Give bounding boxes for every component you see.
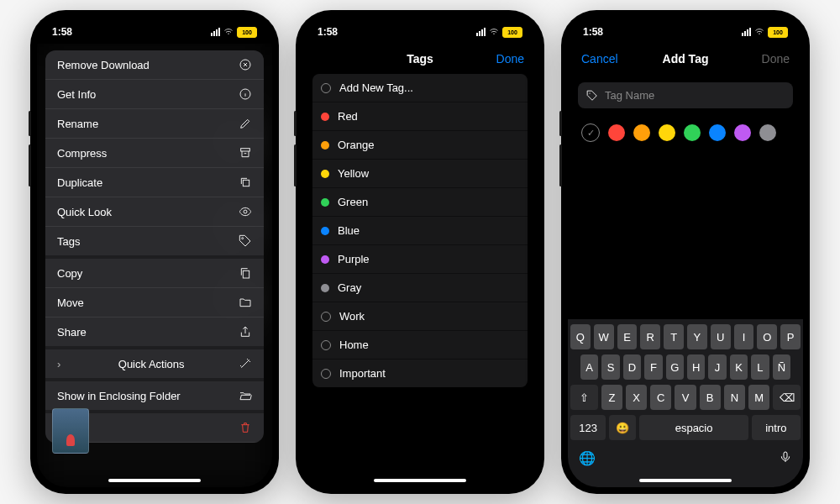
key-d[interactable]: D [623, 354, 641, 380]
done-button[interactable]: Done [762, 52, 790, 66]
key-k[interactable]: K [730, 354, 748, 380]
key-f[interactable]: F [644, 354, 662, 380]
tag-row-work[interactable]: Work [312, 302, 528, 331]
key-b[interactable]: B [700, 385, 721, 410]
key-o[interactable]: O [757, 324, 777, 349]
menu-item-get-info[interactable]: Get Info [45, 80, 264, 109]
folder-icon [239, 296, 252, 309]
key-c[interactable]: C [650, 385, 671, 410]
eye-icon [239, 205, 252, 218]
key-v[interactable]: V [675, 385, 696, 410]
status-time: 1:58 [318, 26, 338, 38]
file-thumbnail[interactable] [52, 408, 89, 454]
enter-key[interactable]: intro [752, 415, 801, 440]
tag-row-orange[interactable]: Orange [312, 131, 528, 160]
menu-item-copy[interactable]: Copy [45, 259, 264, 288]
key-m[interactable]: M [748, 385, 769, 410]
svg-point-5 [242, 238, 244, 239]
color-option[interactable] [684, 124, 701, 141]
done-button[interactable]: Done [496, 52, 524, 66]
key-y[interactable]: Y [687, 324, 707, 349]
tag-row-blue[interactable]: Blue [312, 217, 528, 245]
menu-item-share[interactable]: Share [45, 318, 264, 349]
home-indicator[interactable] [374, 479, 466, 482]
key-i[interactable]: I [734, 324, 754, 349]
pencil-icon [239, 117, 252, 130]
tag-row-important[interactable]: Important [312, 360, 528, 387]
tag-color-dot [321, 198, 329, 207]
shift-key[interactable]: ⇧ [570, 385, 598, 410]
key-z[interactable]: Z [601, 385, 622, 410]
home-indicator[interactable] [639, 479, 732, 482]
add-label: Add New Tag... [339, 81, 413, 94]
battery-icon: 100 [502, 27, 522, 38]
menu-label: Rename [57, 118, 98, 130]
menu-item-quick-look[interactable]: Quick Look [45, 197, 264, 227]
mic-icon[interactable] [779, 450, 792, 467]
x-circle-icon [239, 58, 252, 71]
tag-icon [239, 234, 252, 248]
key-j[interactable]: J [708, 354, 726, 380]
share-icon [239, 325, 252, 339]
menu-label: Show in Enclosing Folder [57, 390, 181, 402]
key-u[interactable]: U [711, 324, 731, 349]
color-option[interactable] [734, 124, 751, 141]
add-new-tag-row[interactable]: Add New Tag... [312, 74, 528, 102]
tag-label: Gray [338, 281, 361, 294]
key-g[interactable]: G [666, 354, 684, 380]
phone-mockup-3: 1:58 100 Cancel Add Tag Done Tag Name ✓ … [561, 10, 810, 494]
key-w[interactable]: W [594, 324, 614, 349]
color-option[interactable] [633, 124, 650, 141]
no-color-option[interactable]: ✓ [581, 123, 600, 142]
tag-row-home[interactable]: Home [312, 331, 528, 360]
key-l[interactable]: L [751, 354, 769, 380]
color-option[interactable] [659, 124, 675, 141]
tag-label: Work [339, 310, 365, 323]
tag-row-yellow[interactable]: Yellow [312, 160, 528, 188]
tag-row-red[interactable]: Red [312, 102, 528, 131]
color-option[interactable] [608, 124, 625, 141]
menu-item-compress[interactable]: Compress [45, 139, 264, 168]
backspace-key[interactable]: ⌫ [773, 385, 801, 410]
menu-item-tags[interactable]: Tags [45, 227, 264, 259]
key-a[interactable]: A [580, 354, 598, 380]
key-q[interactable]: Q [570, 324, 591, 349]
key-p[interactable]: P [780, 324, 801, 349]
key-e[interactable]: E [617, 324, 638, 349]
nav-header: Tags Done [302, 44, 538, 74]
menu-item-quick-actions[interactable]: ›Quick Actions [45, 349, 264, 381]
menu-label: Remove Download [57, 59, 150, 71]
color-option[interactable] [759, 124, 776, 141]
key-h[interactable]: H [687, 354, 705, 380]
page-title: Tags [407, 52, 433, 66]
menu-item-move[interactable]: Move [45, 288, 264, 318]
space-key[interactable]: espacio [639, 415, 748, 440]
key-t[interactable]: T [664, 324, 684, 349]
globe-icon[interactable]: 🌐 [579, 450, 596, 467]
color-option[interactable] [709, 124, 726, 141]
key-n[interactable]: N [724, 385, 745, 410]
cancel-button[interactable]: Cancel [581, 52, 618, 66]
info-icon [239, 87, 252, 101]
key-r[interactable]: R [640, 324, 660, 349]
tag-row-gray[interactable]: Gray [312, 274, 528, 302]
menu-item-remove-download[interactable]: Remove Download [45, 50, 264, 80]
tag-color-dot [321, 113, 329, 121]
battery-icon: 100 [237, 27, 257, 38]
tag-row-purple[interactable]: Purple [312, 245, 528, 274]
tag-name-input[interactable]: Tag Name [578, 82, 793, 108]
archive-icon [239, 146, 252, 160]
notch [104, 17, 205, 39]
emoji-key[interactable]: 😀 [609, 415, 636, 440]
tag-label: Blue [338, 224, 360, 237]
menu-item-rename[interactable]: Rename [45, 109, 264, 139]
svg-rect-2 [241, 149, 250, 151]
key-ñ[interactable]: Ñ [773, 354, 790, 380]
menu-item-duplicate[interactable]: Duplicate [45, 168, 264, 197]
home-indicator[interactable] [108, 479, 201, 482]
key-x[interactable]: X [626, 385, 647, 410]
numbers-key[interactable]: 123 [570, 415, 606, 440]
tag-row-green[interactable]: Green [312, 188, 528, 217]
key-s[interactable]: S [601, 354, 619, 380]
tag-label: Green [338, 196, 368, 208]
